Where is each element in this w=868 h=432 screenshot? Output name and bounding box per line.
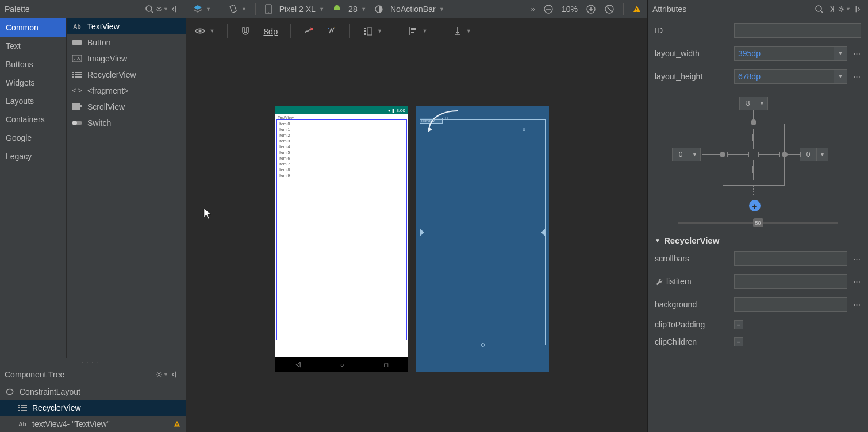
blueprint-handle-bottom[interactable] [481, 343, 485, 347]
constraint-right-input[interactable]: 0 ▼ [800, 148, 828, 161]
palette-item[interactable]: < ><fragment> [67, 83, 186, 99]
checkbox-clipchildren[interactable]: – [734, 337, 743, 346]
palette-items: AbTextViewButtonImageViewRecyclerView< >… [67, 18, 186, 358]
more-icon[interactable]: ⋯ [852, 277, 861, 286]
palette-item[interactable]: RecyclerView [67, 67, 186, 83]
svg-rect-41 [364, 28, 366, 29]
overflow-icon[interactable]: » [530, 3, 536, 14]
blueprint-handle-left[interactable] [420, 229, 424, 237]
search-icon[interactable] [143, 3, 156, 16]
checkbox-cliptopadding[interactable]: – [734, 320, 743, 329]
more-icon[interactable]: ⋯ [852, 254, 861, 263]
design-toolbar-secondary: ▼ 8dp ▼ ▼ ▼ [186, 18, 647, 44]
constraint-right-value[interactable]: 0 [800, 148, 817, 161]
blueprint-selection[interactable] [420, 119, 546, 345]
palette-item[interactable]: AbTextView [67, 18, 186, 34]
device-selector[interactable]: Pixel 2 XL ▼ [263, 3, 325, 16]
collapse-icon[interactable] [168, 368, 181, 381]
view-options-icon[interactable]: ▼ [193, 26, 216, 36]
tree-node[interactable]: RecyclerView [0, 400, 186, 416]
scrollview-icon [71, 103, 83, 110]
gear-icon[interactable]: ▼ [156, 368, 168, 381]
gear-icon[interactable]: ▼ [838, 3, 851, 16]
svg-rect-12 [80, 105, 82, 107]
warning-icon[interactable] [631, 3, 643, 15]
search-icon[interactable] [813, 3, 825, 16]
more-icon[interactable]: ⋯ [852, 49, 861, 58]
dropdown-button[interactable]: ▼ [817, 148, 828, 161]
blueprint-handle-right[interactable] [541, 229, 546, 237]
theme-selector[interactable]: NoActionBar ▼ [373, 3, 445, 15]
bias-slider[interactable]: 50 [678, 222, 838, 224]
palette-category[interactable]: Layouts [0, 92, 66, 110]
more-icon[interactable]: ⋯ [852, 300, 861, 309]
attr-label-listitem: listitem [655, 277, 729, 286]
constraint-widget[interactable]: 8 ▼ 0 ▼ 0 ▼ I [655, 92, 861, 224]
orientation-icon[interactable]: ▼ [228, 3, 248, 16]
dropdown-button[interactable]: ▼ [689, 148, 701, 161]
palette-category[interactable]: Legacy [0, 147, 66, 165]
gear-icon[interactable]: ▼ [156, 3, 168, 16]
magnet-icon[interactable] [239, 25, 252, 37]
attr-input-scrollbars[interactable] [734, 251, 847, 266]
constraint-top-value[interactable]: 8 [739, 97, 756, 110]
tree-node[interactable]: AbtextView4- "TextView" [0, 416, 186, 432]
palette-item[interactable]: ScrollView [67, 99, 186, 115]
svg-line-1 [151, 11, 153, 13]
attr-input-background[interactable] [734, 297, 847, 312]
attr-input-layout-height[interactable]: 678dp [734, 69, 834, 84]
zoom-fit-icon[interactable] [603, 3, 616, 16]
palette-category[interactable]: Google [0, 129, 66, 147]
zoom-in-icon[interactable] [585, 3, 597, 16]
pack-icon[interactable]: ▼ [362, 25, 383, 37]
design-preview[interactable]: ▾ ▮ 8:00 TextView Item 0Item 1Item 2Item… [275, 106, 408, 372]
expand-icon[interactable] [825, 3, 838, 16]
clear-constraints-icon[interactable] [302, 25, 315, 37]
collapse-icon[interactable] [168, 3, 181, 16]
list-icon [17, 404, 28, 411]
add-constraint-button[interactable]: + [749, 200, 761, 211]
imageview-icon [71, 55, 83, 62]
svg-rect-3 [72, 40, 82, 45]
design-surface[interactable]: ▾ ▮ 8:00 TextView Item 0Item 1Item 2Item… [186, 44, 647, 432]
bias-value[interactable]: 50 [753, 218, 763, 227]
panel-resize-handle[interactable]: : : : : : [0, 358, 186, 365]
collapse-right-icon[interactable] [851, 3, 863, 16]
palette-category[interactable]: Widgets [0, 74, 66, 92]
attr-row-cliptopadding: clipToPadding – [655, 320, 861, 329]
dropdown-button[interactable]: ▼ [756, 97, 768, 110]
constraint-left-input[interactable]: 0 ▼ [672, 148, 701, 161]
constraint-top-input[interactable]: 8 ▼ [739, 97, 768, 110]
infer-constraints-icon[interactable] [325, 25, 338, 37]
attr-input-id[interactable] [734, 23, 861, 38]
recyclerview-preview[interactable]: Item 0Item 1Item 2Item 3Item 4Item 5Item… [276, 119, 407, 340]
palette-category[interactable]: Text [0, 37, 66, 55]
dropdown-button[interactable]: ▼ [834, 46, 847, 61]
dropdown-button[interactable]: ▼ [834, 69, 847, 84]
palette-item[interactable]: ImageView [67, 51, 186, 67]
section-recyclerview[interactable]: ▼ RecyclerView [655, 231, 861, 251]
palette-category[interactable]: Containers [0, 110, 66, 129]
zoom-level[interactable]: 10% [560, 3, 579, 15]
phone-status-bar: ▾ ▮ 8:00 [275, 106, 408, 114]
default-margin[interactable]: 8dp [262, 25, 279, 37]
zoom-out-icon[interactable] [542, 3, 555, 16]
tree-node[interactable]: ConstraintLayout [0, 384, 186, 400]
constraint-left-value[interactable]: 0 [672, 148, 689, 161]
warning-icon[interactable] [173, 420, 181, 428]
align-icon[interactable]: ▼ [407, 25, 428, 37]
palette-category[interactable]: Buttons [0, 55, 66, 74]
list-item: Item 4 [279, 144, 405, 150]
layers-icon[interactable]: ▼ [191, 2, 212, 16]
palette-category[interactable]: Common [0, 18, 66, 37]
blueprint-preview[interactable]: TextView 8 8 [416, 106, 549, 372]
api-selector[interactable]: 28 ▼ [331, 3, 367, 15]
battery-icon: ▮ [392, 108, 394, 113]
attr-input-listitem[interactable] [734, 274, 847, 289]
palette-item[interactable]: Button [67, 34, 186, 51]
attr-input-layout-width[interactable]: 395dp [734, 46, 834, 61]
guidelines-icon[interactable]: ▼ [452, 25, 472, 37]
center-area: ▼ ▼ Pixel 2 XL ▼ 28 ▼ NoActionBar ▼ » 10… [186, 0, 647, 432]
more-icon[interactable]: ⋯ [852, 72, 861, 81]
palette-item[interactable]: Switch [67, 115, 186, 131]
